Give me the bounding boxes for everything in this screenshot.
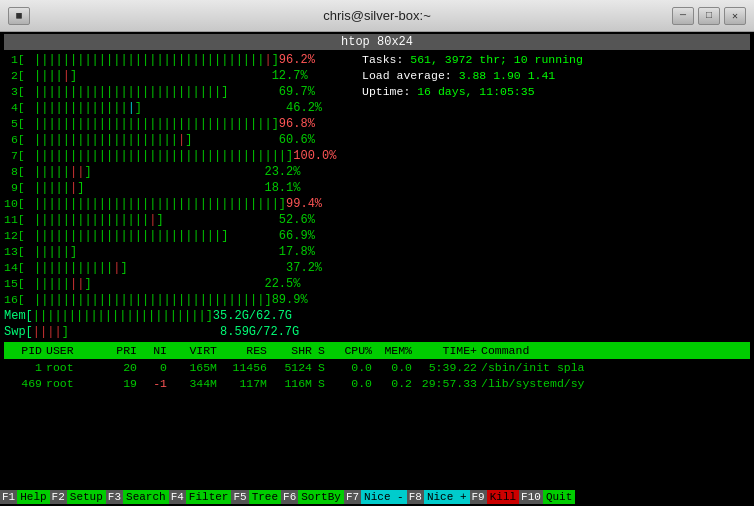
terminal: htop 80x24 1[|||||||||||||||||||||||||||… (0, 32, 754, 506)
table-header: PID USER PRI NI VIRT RES SHR S CPU% MEM%… (4, 342, 750, 359)
cpu-row-7: 7[|||||||||||||||||||||||||||||||||||]10… (4, 148, 354, 164)
col-header-cpu: CPU% (331, 344, 376, 357)
load-line: Load average: 3.88 1.90 1.41 (362, 68, 750, 84)
col-header-virt: VIRT (171, 344, 221, 357)
fkey-f1[interactable]: F1Help (0, 490, 50, 504)
fkey-bar: F1Help F2Setup F3Search F4Filter F5Tree … (0, 488, 754, 506)
cpu-row-11: 11[|||||||||||||||||] 52.6% (4, 212, 354, 228)
cpu-row-16: 16[||||||||||||||||||||||||||||||||]89.9… (4, 292, 354, 308)
col-header-pid: PID (6, 344, 46, 357)
fkey-f6[interactable]: F6SortBy (281, 490, 344, 504)
cpu-row-8: 8[|||||||] 23.2% (4, 164, 354, 180)
window-title: chris@silver-box:~ (323, 8, 430, 23)
cpu-row-9: 9[||||||] 18.1% (4, 180, 354, 196)
fkey-f2[interactable]: F2Setup (50, 490, 106, 504)
window-icon: ▦ (8, 7, 30, 25)
fkey-f4[interactable]: F4Filter (169, 490, 232, 504)
maximize-button[interactable]: □ (698, 7, 720, 25)
cpu-panel: 1[|||||||||||||||||||||||||||||||||]96.2… (4, 52, 354, 340)
title-bar: ▦ chris@silver-box:~ ─ □ ✕ (0, 0, 754, 32)
main-content: 1[|||||||||||||||||||||||||||||||||]96.2… (4, 52, 750, 340)
table-row: 1 root 20 0 165M 11456 5124 S 0.0 0.0 5:… (4, 359, 750, 375)
htop-header: htop 80x24 (4, 34, 750, 50)
col-header-user: USER (46, 344, 106, 357)
cpu-row-4: 4[||||||||||||||] 46.2% (4, 100, 354, 116)
fkey-f7[interactable]: F7Nice - (344, 490, 407, 504)
cpu-row-6: 6[|||||||||||||||||||||] 60.6% (4, 132, 354, 148)
cpu-row-15: 15[|||||||] 22.5% (4, 276, 354, 292)
fkey-f9[interactable]: F9Kill (470, 490, 520, 504)
col-header-pri: PRI (106, 344, 141, 357)
col-header-mem: MEM% (376, 344, 416, 357)
cpu-row-2: 2[|||||] 12.7% (4, 68, 354, 84)
close-button[interactable]: ✕ (724, 7, 746, 25)
cpu-row-10: 10[||||||||||||||||||||||||||||||||||]99… (4, 196, 354, 212)
fkey-f10[interactable]: F10Quit (519, 490, 575, 504)
fkey-f8[interactable]: F8Nice + (407, 490, 470, 504)
table-row: 469 root 19 -1 344M 117M 116M S 0.0 0.2 … (4, 375, 750, 391)
process-table: PID USER PRI NI VIRT RES SHR S CPU% MEM%… (4, 342, 750, 391)
cpu-row-13: 13[|||||] 17.8% (4, 244, 354, 260)
fkey-f3[interactable]: F3Search (106, 490, 169, 504)
col-header-time: TIME+ (416, 344, 481, 357)
swp-row: Swp[||||] 8.59G/72.7G (4, 324, 354, 340)
fkey-f5[interactable]: F5Tree (231, 490, 281, 504)
cpu-row-14: 14[||||||||||||] 37.2% (4, 260, 354, 276)
col-header-s: S (316, 344, 331, 357)
window-controls: ─ □ ✕ (672, 7, 746, 25)
col-header-ni: NI (141, 344, 171, 357)
col-header-res: RES (221, 344, 271, 357)
cpu-row-3: 3[||||||||||||||||||||||||||] 69.7% (4, 84, 354, 100)
minimize-button[interactable]: ─ (672, 7, 694, 25)
terminal-icon: ▦ (8, 7, 30, 25)
mem-row: Mem[||||||||||||||||||||||||]35.2G/62.7G (4, 308, 354, 324)
cpu-row-1: 1[|||||||||||||||||||||||||||||||||]96.2… (4, 52, 354, 68)
stats-panel: Tasks: 561, 3972 thr; 10 running Load av… (362, 52, 750, 340)
col-header-shr: SHR (271, 344, 316, 357)
tasks-line: Tasks: 561, 3972 thr; 10 running (362, 52, 750, 68)
uptime-line: Uptime: 16 days, 11:05:35 (362, 84, 750, 100)
cpu-row-5: 5[|||||||||||||||||||||||||||||||||]96.8… (4, 116, 354, 132)
cpu-row-12: 12[||||||||||||||||||||||||||] 66.9% (4, 228, 354, 244)
col-header-cmd: Command (481, 344, 748, 357)
